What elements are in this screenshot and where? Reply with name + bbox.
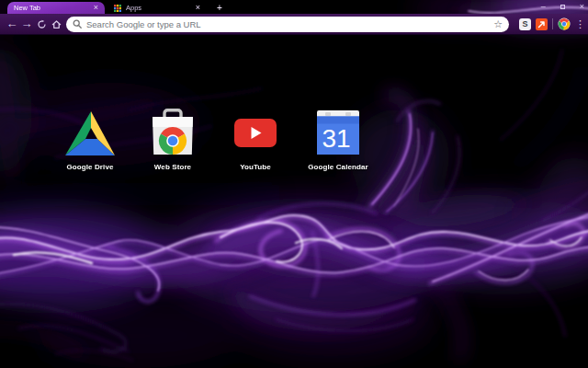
maximize-button[interactable] — [560, 5, 565, 9]
close-button[interactable]: × — [580, 1, 584, 12]
orange-arrow-extension-icon[interactable] — [536, 18, 548, 30]
reload-button[interactable] — [34, 14, 49, 34]
search-icon — [73, 19, 82, 29]
browser-window: New Tab × Apps × + – × ← — [0, 0, 588, 368]
chrome-web-store-icon — [150, 109, 196, 156]
tab-new-tab[interactable]: New Tab × — [7, 2, 105, 14]
browser-toolbar: ← → Search Google or type a URL ☆ S — [0, 14, 588, 35]
forward-button[interactable]: → — [19, 14, 34, 34]
chrome-profile-icon[interactable] — [558, 17, 571, 30]
tab-close-icon[interactable]: × — [94, 4, 98, 12]
address-bar[interactable]: Search Google or type a URL ☆ — [66, 17, 509, 32]
app-shortcuts: Google Drive — [49, 109, 379, 171]
bookmark-star-icon[interactable]: ☆ — [493, 19, 503, 29]
extension-s-icon[interactable]: S — [519, 18, 531, 30]
tab-apps[interactable]: Apps × — [107, 2, 207, 14]
shortcut-label: Google Drive — [67, 163, 114, 171]
new-tab-button[interactable]: + — [214, 3, 225, 14]
tab-title: Apps — [126, 4, 192, 12]
apps-grid-icon — [114, 5, 121, 12]
youtube-icon — [234, 119, 277, 147]
back-button[interactable]: ← — [5, 14, 19, 34]
address-bar-placeholder: Search Google or type a URL — [86, 19, 493, 29]
shortcut-web-store[interactable]: Web Store — [131, 109, 214, 171]
shortcut-label: Web Store — [154, 163, 191, 171]
tab-title: New Tab — [14, 4, 90, 12]
toolbar-separator — [552, 18, 553, 29]
google-drive-icon — [62, 109, 119, 156]
tab-close-icon[interactable]: × — [196, 4, 200, 12]
tab-strip: New Tab × Apps × + – × — [0, 0, 588, 14]
shortcut-youtube[interactable]: YouTube — [214, 109, 297, 171]
shortcut-label: YouTube — [240, 163, 271, 171]
calendar-date: 31 — [322, 124, 350, 153]
home-button[interactable] — [49, 14, 63, 34]
shortcut-google-calendar[interactable]: 31 Google Calendar — [297, 109, 379, 171]
shortcut-google-drive[interactable]: Google Drive — [49, 109, 131, 171]
minimize-button[interactable]: – — [541, 1, 546, 12]
menu-icon[interactable]: ⋮ — [575, 19, 585, 29]
google-calendar-icon: 31 — [317, 110, 359, 155]
new-tab-page: Google Drive — [0, 35, 588, 368]
window-controls: – × — [541, 1, 584, 12]
shortcut-label: Google Calendar — [308, 163, 368, 171]
